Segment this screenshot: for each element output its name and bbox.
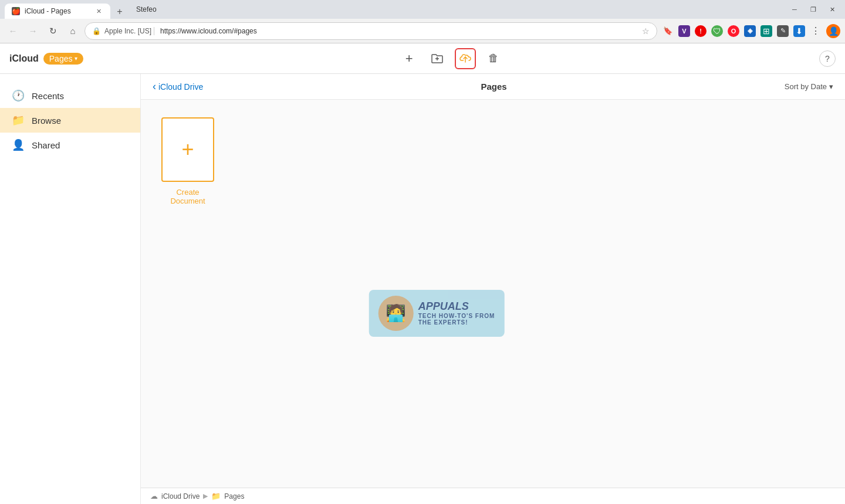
url-display: https://www.icloud.com/#pages: [160, 27, 638, 35]
upload-button[interactable]: [455, 48, 476, 69]
restore-button[interactable]: ❐: [805, 4, 822, 15]
title-bar: 🍎 iCloud - Pages ✕ + Stefeo ─ ❐ ✕: [0, 0, 845, 19]
ext-pen-icon[interactable]: ✎: [776, 24, 790, 38]
browse-icon: 📁: [12, 114, 25, 127]
ext-teal-icon[interactable]: ⊞: [759, 24, 773, 38]
trash-button[interactable]: 🗑: [483, 48, 504, 69]
status-cloud-label: iCloud Drive: [161, 492, 200, 500]
lock-icon: 🔒: [92, 27, 101, 35]
shared-label: Shared: [32, 140, 60, 150]
toolbar-right: ?: [819, 50, 836, 67]
user-avatar-button[interactable]: 👤: [826, 24, 840, 38]
window-controls: ─ ❐ ✕: [786, 4, 840, 15]
close-button[interactable]: ✕: [824, 4, 840, 15]
breadcrumb-back-link[interactable]: ‹ iCloud Drive: [153, 80, 203, 93]
status-breadcrumb: ☁ iCloud Drive ▶ 📁 Pages: [150, 492, 244, 500]
ext-v-icon[interactable]: V: [677, 24, 691, 38]
help-button[interactable]: ?: [819, 50, 836, 67]
icloud-text: iCloud: [9, 53, 39, 63]
ext-opera-icon[interactable]: O: [726, 24, 741, 38]
ext-red-icon[interactable]: !: [694, 24, 708, 38]
tab-title: iCloud - Pages: [25, 7, 89, 15]
recents-label: Recents: [32, 91, 64, 101]
sidebar-item-recents[interactable]: 🕐 Recents: [0, 83, 140, 108]
toolbar-center: + 🗑: [88, 48, 814, 69]
app-layout: iCloud Pages ▾ +: [0, 43, 845, 504]
icloud-logo: iCloud: [9, 53, 39, 64]
breadcrumb-back-label: iCloud Drive: [158, 82, 203, 92]
back-button[interactable]: ←: [5, 23, 21, 39]
document-grid: + Create Document: [141, 100, 845, 488]
breadcrumb-current-label: Pages: [208, 82, 779, 92]
breadcrumb-bar: ‹ iCloud Drive Pages Sort by Date ▾: [141, 74, 845, 100]
user-name-label: Stefeo: [136, 5, 157, 13]
tab-favicon: 🍎: [12, 7, 20, 15]
org-label: Apple Inc. [US]: [104, 27, 154, 35]
forward-button[interactable]: →: [25, 23, 41, 39]
document-area: + Create Document 🧑‍💻 APPUALS TECH HOW-T…: [141, 100, 845, 488]
add-document-button[interactable]: +: [398, 48, 420, 69]
ext-blue-icon[interactable]: ◈: [743, 24, 757, 38]
ext-green-icon[interactable]: 🛡: [710, 24, 724, 38]
sidebar-item-browse[interactable]: 📁 Browse: [0, 108, 140, 133]
new-folder-button[interactable]: [427, 48, 448, 69]
status-folder-label: Pages: [224, 492, 244, 500]
recents-icon: 🕐: [12, 89, 25, 102]
status-arrow-icon: ▶: [203, 492, 208, 500]
browse-label: Browse: [32, 116, 61, 126]
status-cloud-icon: ☁: [150, 492, 158, 500]
create-document-icon[interactable]: +: [161, 117, 214, 182]
reload-button[interactable]: ↻: [45, 23, 61, 39]
sidebar: 🕐 Recents 📁 Browse 👤 Shared: [0, 74, 141, 504]
active-tab[interactable]: 🍎 iCloud - Pages ✕: [5, 4, 110, 19]
tab-close-button[interactable]: ✕: [94, 6, 103, 16]
minimize-button[interactable]: ─: [786, 4, 803, 15]
sort-label: Sort by Date: [785, 82, 827, 91]
pages-label: Pages: [49, 54, 73, 63]
create-document-card[interactable]: + Create Document: [158, 117, 217, 205]
bookmark-star-icon[interactable]: ☆: [642, 26, 650, 36]
pages-chevron-icon: ▾: [75, 55, 77, 62]
main-area: 🕐 Recents 📁 Browse 👤 Shared ‹: [0, 74, 845, 504]
sort-chevron-icon: ▾: [829, 82, 833, 91]
shared-icon: 👤: [12, 138, 25, 151]
icloud-header: iCloud Pages ▾ +: [0, 43, 845, 74]
status-folder-icon: 📁: [211, 492, 221, 500]
new-tab-button[interactable]: +: [113, 5, 127, 19]
content-area: ‹ iCloud Drive Pages Sort by Date ▾ +: [141, 74, 845, 504]
address-bar-row: ← → ↻ ⌂ 🔒 Apple Inc. [US] https://www.ic…: [0, 19, 845, 43]
pages-app-button[interactable]: Pages ▾: [43, 53, 84, 65]
tab-bar: 🍎 iCloud - Pages ✕ +: [5, 0, 127, 19]
ext-download-icon[interactable]: ⬇: [792, 24, 806, 38]
ext-bookmark-icon[interactable]: 🔖: [661, 24, 675, 38]
ext-menu-icon[interactable]: ⋮: [809, 24, 823, 38]
create-document-label: Create Document: [158, 188, 217, 205]
address-bar[interactable]: 🔒 Apple Inc. [US] https://www.icloud.com…: [84, 22, 657, 40]
sidebar-item-shared[interactable]: 👤 Shared: [0, 133, 140, 157]
extensions-area: 🔖 V ! 🛡 O ◈ ⊞ ✎ ⬇ ⋮: [661, 24, 823, 38]
sort-button[interactable]: Sort by Date ▾: [785, 82, 833, 91]
breadcrumb-chevron-icon: ‹: [153, 80, 156, 93]
status-bar: ☁ iCloud Drive ▶ 📁 Pages: [141, 488, 845, 504]
home-button[interactable]: ⌂: [65, 23, 81, 39]
